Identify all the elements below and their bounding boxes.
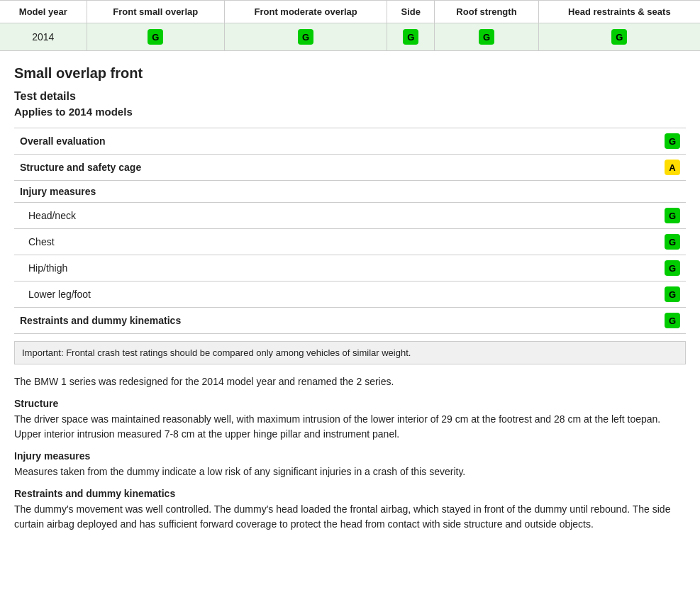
note-row: Important: Frontal crash test ratings sh… [14, 341, 686, 364]
col-header-roof: Roof strength [435, 1, 539, 23]
structure-heading: Structure [14, 398, 686, 409]
main-content: Small overlap front Test details Applies… [0, 51, 700, 554]
row-label-overall: Overall evaluation [14, 128, 650, 155]
rating-badge-structure: A [665, 160, 680, 175]
applies-to: Applies to 2014 models [14, 106, 686, 118]
detail-table: Overall evaluation G Structure and safet… [14, 128, 686, 334]
row-label-chest: Chest [14, 229, 650, 255]
row-label-restraints: Restraints and dummy kinematics [14, 308, 650, 334]
row-rating-restraints: G [650, 308, 686, 334]
table-row: Lower leg/foot G [14, 282, 686, 308]
table-row: Overall evaluation G [14, 128, 686, 155]
col-header-side: Side [387, 1, 435, 23]
row-label-structure: Structure and safety cage [14, 155, 650, 181]
rating-badge-roof: G [479, 29, 494, 45]
row-label-headneck: Head/neck [14, 203, 650, 229]
table-row: Hip/thigh G [14, 255, 686, 282]
row-label-injury-cat: Injury measures [14, 181, 650, 203]
rating-badge-hipthigh: G [665, 260, 680, 276]
table-row: Chest G [14, 229, 686, 255]
col-header-head: Head restraints & seats [538, 1, 700, 23]
intro-text: The BMW 1 series was redesigned for the … [14, 374, 686, 389]
cell-front-moderate: G [224, 23, 387, 51]
restraints-heading: Restraints and dummy kinematics [14, 488, 686, 499]
row-rating-headneck: G [650, 203, 686, 229]
structure-text: The driver space was maintained reasonab… [14, 412, 686, 442]
cell-front-small: G [87, 23, 224, 51]
row-label-lowerleg: Lower leg/foot [14, 282, 650, 308]
rating-badge-chest: G [665, 234, 680, 250]
row-rating-lowerleg: G [650, 282, 686, 308]
injury-heading: Injury measures [14, 450, 686, 462]
row-rating-injury-cat [650, 181, 686, 203]
section-title: Small overlap front [14, 65, 686, 82]
table-row: Head/neck G [14, 203, 686, 229]
rating-badge-lowerleg: G [665, 286, 680, 302]
row-rating-structure: A [650, 155, 686, 181]
rating-badge-headneck: G [665, 208, 680, 223]
row-rating-overall: G [650, 128, 686, 155]
rating-badge-front-small: G [148, 29, 163, 45]
cell-head: G [538, 23, 700, 51]
table-row: Restraints and dummy kinematics G [14, 308, 686, 334]
rating-badge-head: G [611, 29, 627, 45]
table-row: Structure and safety cage A [14, 155, 686, 181]
rating-badge-front-moderate: G [298, 29, 313, 45]
table-row: Injury measures [14, 181, 686, 203]
row-rating-hipthigh: G [650, 255, 686, 282]
cell-roof: G [435, 23, 539, 51]
col-header-front-small: Front small overlap [87, 1, 224, 23]
cell-model-year: 2014 [0, 23, 87, 51]
subsection-title: Test details [14, 90, 686, 103]
row-label-hipthigh: Hip/thigh [14, 255, 650, 282]
rating-badge-restraints: G [665, 313, 680, 328]
row-rating-chest: G [650, 229, 686, 255]
injury-text: Measures taken from the dummy indicate a… [14, 464, 686, 479]
restraints-text: The dummy's movement was well controlled… [14, 502, 686, 532]
ratings-table: Model year Front small overlap Front mod… [0, 0, 700, 51]
rating-badge-side: G [403, 29, 418, 45]
col-header-model-year: Model year [0, 1, 87, 23]
cell-side: G [387, 23, 435, 51]
rating-badge-overall: G [665, 133, 680, 149]
col-header-front-moderate: Front moderate overlap [224, 1, 387, 23]
table-row: 2014 G G G G G [0, 23, 700, 51]
